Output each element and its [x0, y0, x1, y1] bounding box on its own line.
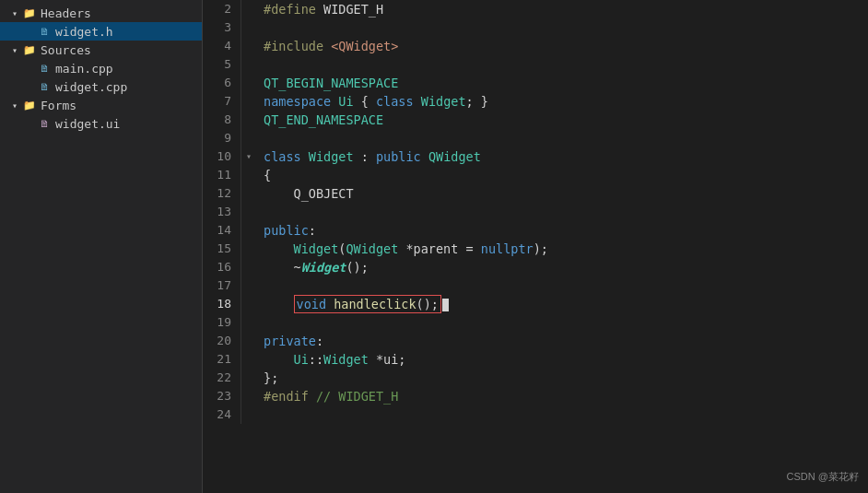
- line-content-3: [256, 18, 868, 37]
- line-arrow-3: [241, 18, 256, 37]
- sidebar-item-widget-cpp[interactable]: 🗎 widget.cpp: [0, 77, 202, 96]
- code-line-20: 20 private:: [203, 332, 868, 350]
- line-num-12: 12: [203, 184, 241, 203]
- sidebar-item-main-cpp[interactable]: 🗎 main.cpp: [0, 59, 202, 77]
- line-num-10: 10: [203, 147, 241, 166]
- line-num-2: 2: [203, 0, 241, 18]
- line-num-8: 8: [203, 111, 241, 129]
- line-arrow-19: [241, 313, 256, 332]
- line-arrow-20: [241, 332, 256, 350]
- line-num-3: 3: [203, 18, 241, 37]
- line-arrow-4: [241, 37, 256, 55]
- code-line-8: 8 QT_END_NAMESPACE: [203, 111, 868, 129]
- code-line-9: 9: [203, 129, 868, 147]
- widget-h-label: widget.h: [55, 25, 113, 39]
- line-num-4: 4: [203, 37, 241, 55]
- sidebar-item-sources[interactable]: ▾ 📁 Sources: [0, 41, 202, 59]
- chevron-down-icon: ▾: [7, 8, 22, 18]
- line-num-11: 11: [203, 166, 241, 184]
- line-content-16: ~Widget();: [256, 258, 868, 276]
- line-num-17: 17: [203, 276, 241, 295]
- sources-folder-icon: 📁: [22, 42, 37, 57]
- line-arrow-12: [241, 184, 256, 203]
- code-line-6: 6 QT_BEGIN_NAMESPACE: [203, 74, 868, 92]
- line-arrow-9: [241, 129, 256, 147]
- line-num-18: 18: [203, 295, 241, 313]
- code-line-15: 15 Widget(QWidget *parent = nullptr);: [203, 240, 868, 258]
- line-arrow-13: [241, 203, 256, 221]
- code-line-19: 19: [203, 313, 868, 332]
- code-line-18: 18 void handleclick();: [203, 295, 868, 313]
- code-line-7: 7 namespace Ui { class Widget; }: [203, 92, 868, 111]
- headers-label: Headers: [41, 6, 91, 20]
- line-content-18: void handleclick();: [256, 295, 868, 313]
- line-num-16: 16: [203, 258, 241, 276]
- line-content-4: #include <QWidget>: [256, 37, 868, 55]
- line-arrow-6: [241, 74, 256, 92]
- line-arrow-17: [241, 276, 256, 295]
- line-arrow-16: [241, 258, 256, 276]
- line-content-10: class Widget : public QWidget: [256, 147, 868, 166]
- line-arrow-8: [241, 111, 256, 129]
- line-num-14: 14: [203, 221, 241, 240]
- line-arrow-10: ▾: [241, 147, 256, 166]
- line-arrow-24: [241, 405, 256, 424]
- chevron-down-icon-forms: ▾: [7, 100, 22, 111]
- code-line-16: 16 ~Widget();: [203, 258, 868, 276]
- line-content-24: [256, 405, 868, 424]
- file-ui-icon: 🗎: [37, 116, 52, 131]
- line-content-6: QT_BEGIN_NAMESPACE: [256, 74, 868, 92]
- line-arrow-11: [241, 166, 256, 184]
- line-num-5: 5: [203, 55, 241, 74]
- sidebar: ▾ 📁 Headers 🗎 widget.h ▾ 📁 Sources 🗎 mai…: [0, 0, 203, 493]
- line-num-21: 21: [203, 350, 241, 369]
- sidebar-item-forms[interactable]: ▾ 📁 Forms: [0, 96, 202, 114]
- file-cpp-icon2: 🗎: [37, 79, 52, 94]
- code-editor[interactable]: 2 #define WIDGET_H 3 4 #include <QWidget…: [203, 0, 868, 493]
- sidebar-item-headers[interactable]: ▾ 📁 Headers: [0, 4, 202, 22]
- line-arrow-5: [241, 55, 256, 74]
- line-content-17: [256, 276, 868, 295]
- line-content-7: namespace Ui { class Widget; }: [256, 92, 868, 111]
- file-cpp-icon: 🗎: [37, 61, 52, 76]
- main-cpp-label: main.cpp: [55, 62, 113, 76]
- forms-folder-icon: 📁: [22, 98, 37, 112]
- line-arrow-7: [241, 92, 256, 111]
- code-area: 2 #define WIDGET_H 3 4 #include <QWidget…: [203, 0, 868, 493]
- widget-cpp-label: widget.cpp: [55, 80, 127, 94]
- code-line-5: 5: [203, 55, 868, 74]
- line-content-19: [256, 313, 868, 332]
- code-line-11: 11 {: [203, 166, 868, 184]
- line-content-8: QT_END_NAMESPACE: [256, 111, 868, 129]
- sources-label: Sources: [41, 43, 91, 57]
- line-content-23: #endif // WIDGET_H: [256, 387, 868, 405]
- code-line-3: 3: [203, 18, 868, 37]
- line-num-13: 13: [203, 203, 241, 221]
- code-line-13: 13: [203, 203, 868, 221]
- line-num-24: 24: [203, 405, 241, 424]
- code-line-14: 14 public:: [203, 221, 868, 240]
- line-arrow-2: [241, 0, 256, 18]
- line-arrow-14: [241, 221, 256, 240]
- line-arrow-21: [241, 350, 256, 369]
- code-line-22: 22 };: [203, 369, 868, 387]
- sidebar-item-widget-ui[interactable]: 🗎 widget.ui: [0, 114, 202, 133]
- line-content-20: private:: [256, 332, 868, 350]
- chevron-down-icon-sources: ▾: [7, 45, 22, 55]
- code-line-17: 17: [203, 276, 868, 295]
- file-h-icon: 🗎: [37, 24, 52, 39]
- line-num-6: 6: [203, 74, 241, 92]
- line-content-2: #define WIDGET_H: [256, 0, 868, 18]
- code-line-10: 10 ▾ class Widget : public QWidget: [203, 147, 868, 166]
- line-content-9: [256, 129, 868, 147]
- sidebar-item-widget-h[interactable]: 🗎 widget.h: [0, 22, 202, 41]
- line-content-15: Widget(QWidget *parent = nullptr);: [256, 240, 868, 258]
- line-num-23: 23: [203, 387, 241, 405]
- line-arrow-15: [241, 240, 256, 258]
- line-content-21: Ui::Widget *ui;: [256, 350, 868, 369]
- line-num-19: 19: [203, 313, 241, 332]
- line-content-14: public:: [256, 221, 868, 240]
- folder-icon: 📁: [22, 6, 37, 20]
- line-num-9: 9: [203, 129, 241, 147]
- line-arrow-22: [241, 369, 256, 387]
